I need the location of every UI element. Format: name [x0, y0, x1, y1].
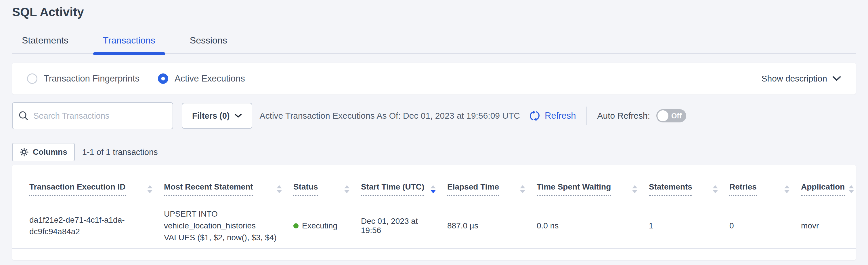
col-header-statements[interactable]: Statements: [643, 165, 724, 203]
transactions-table-card: Transaction Execution ID Most Recent Sta…: [12, 165, 856, 260]
sql-activity-page: SQL Activity Statements Transactions Ses…: [0, 0, 868, 260]
sort-arrows-icon[interactable]: [431, 185, 436, 193]
sort-arrows-icon[interactable]: [784, 185, 789, 193]
col-header-transaction-execution-id[interactable]: Transaction Execution ID: [12, 165, 158, 203]
sort-arrows-icon[interactable]: [277, 185, 282, 193]
col-header-time-spent-waiting[interactable]: Time Spent Waiting: [531, 165, 643, 203]
toggle-state-label: Off: [671, 112, 682, 120]
table-row[interactable]: da1f21e2-de71-4c1f-a1da-dc9fc94a84a2 UPS…: [12, 203, 856, 248]
show-description-label: Show description: [762, 74, 827, 83]
transactions-table: Transaction Execution ID Most Recent Sta…: [12, 165, 856, 248]
table-controls: Columns 1-1 of 1 transactions: [12, 143, 856, 161]
sort-arrows-icon[interactable]: [632, 185, 637, 193]
tab-transactions[interactable]: Transactions: [93, 35, 165, 53]
filters-label: Filters (0): [192, 111, 230, 121]
columns-button[interactable]: Columns: [12, 143, 75, 161]
sort-arrows-icon[interactable]: [147, 185, 152, 193]
gear-icon: [20, 148, 29, 157]
radio-label: Active Executions: [175, 74, 245, 84]
col-header-most-recent-statement[interactable]: Most Recent Statement: [158, 165, 288, 203]
radio-transaction-fingerprints[interactable]: Transaction Fingerprints: [27, 74, 140, 84]
tab-statements[interactable]: Statements: [12, 35, 78, 53]
refresh-label: Refresh: [545, 111, 576, 121]
toolbar-divider: [586, 107, 587, 125]
search-icon: [19, 111, 29, 121]
start-time-cell: Dec 01, 2023 at 19:56: [355, 203, 441, 248]
refresh-icon: [529, 110, 541, 122]
status-label: Executing: [302, 221, 337, 231]
radio-selected-icon[interactable]: [158, 74, 168, 84]
status-dot-icon: [293, 223, 299, 229]
chevron-down-icon: [832, 76, 841, 81]
as-of-text: Active Transaction Executions As Of: Dec…: [260, 111, 520, 121]
most-recent-statement[interactable]: UPSERT INTO vehicle_location_histories V…: [164, 208, 282, 243]
radio-active-executions[interactable]: Active Executions: [158, 74, 245, 84]
search-box: [12, 102, 173, 129]
columns-label: Columns: [33, 148, 67, 157]
retries-cell: 0: [724, 203, 795, 248]
application-cell: movr: [795, 203, 856, 248]
results-count: 1-1 of 1 transactions: [82, 148, 158, 157]
sort-arrows-icon[interactable]: [849, 185, 854, 193]
statements-cell: 1: [643, 203, 724, 248]
toolbar: Filters (0) Active Transaction Execution…: [12, 101, 856, 130]
time-spent-waiting-cell: 0.0 ns: [531, 203, 643, 248]
col-header-application[interactable]: Application: [795, 165, 856, 203]
sort-arrows-icon[interactable]: [344, 185, 349, 193]
tab-sessions[interactable]: Sessions: [180, 35, 237, 53]
view-selector-card: Transaction Fingerprints Active Executio…: [12, 63, 856, 95]
col-header-elapsed-time[interactable]: Elapsed Time: [441, 165, 531, 203]
sort-arrows-icon[interactable]: [520, 185, 525, 193]
col-header-retries[interactable]: Retries: [724, 165, 795, 203]
chevron-down-icon: [235, 113, 242, 118]
show-description-toggle[interactable]: Show description: [762, 74, 841, 83]
filters-button[interactable]: Filters (0): [182, 103, 252, 129]
status-cell: Executing: [293, 221, 349, 231]
toggle-knob: [657, 110, 669, 121]
table-header-row: Transaction Execution ID Most Recent Sta…: [12, 165, 856, 203]
radio-unselected-icon[interactable]: [27, 74, 37, 84]
page-title: SQL Activity: [12, 0, 856, 19]
auto-refresh-toggle[interactable]: Off: [656, 109, 686, 123]
col-header-start-time[interactable]: Start Time (UTC): [355, 165, 441, 203]
sort-arrows-icon[interactable]: [713, 185, 718, 193]
refresh-button[interactable]: Refresh: [529, 110, 576, 122]
transaction-execution-id[interactable]: da1f21e2-de71-4c1f-a1da-dc9fc94a84a2: [29, 214, 129, 237]
col-header-status[interactable]: Status: [288, 165, 355, 203]
elapsed-time-cell: 887.0 µs: [441, 203, 531, 248]
tab-bar: Statements Transactions Sessions: [12, 35, 856, 54]
auto-refresh-label: Auto Refresh:: [597, 111, 650, 121]
radio-label: Transaction Fingerprints: [44, 74, 140, 84]
search-input[interactable]: [12, 102, 173, 129]
